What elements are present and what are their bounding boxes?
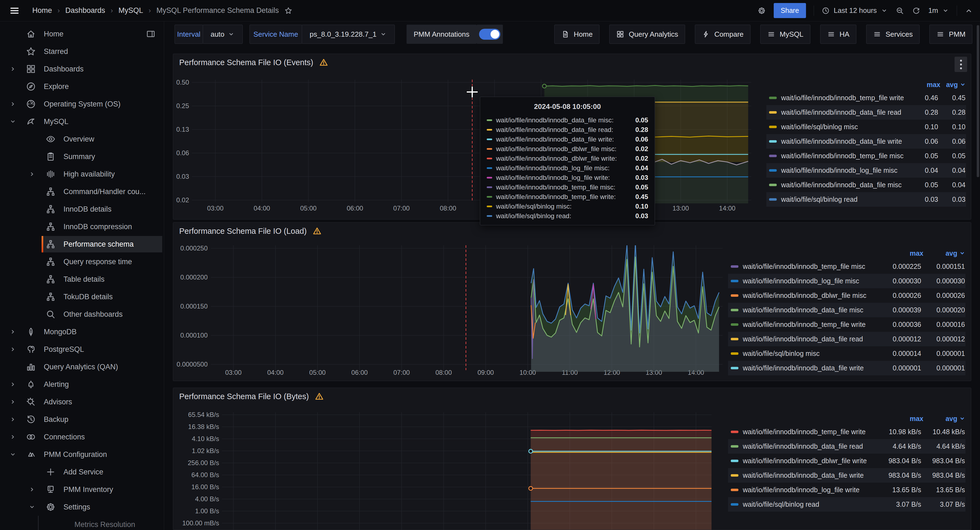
sidebar-item-add-service[interactable]: Add Service [0, 463, 164, 481]
interval-select[interactable]: auto [203, 25, 243, 44]
dashboard-link-services[interactable]: Services [866, 25, 920, 44]
series-name[interactable]: wait/io/file/innodb/innodb_data_file wri… [781, 137, 911, 145]
dashboard-link-home[interactable]: Home [554, 25, 600, 44]
series-name[interactable]: wait/io/file/sql/binlog read [743, 500, 875, 508]
series-name[interactable]: wait/io/file/innodb/innodb_data_file mis… [743, 306, 875, 314]
legend-row[interactable]: wait/io/file/innodb/innodb_data_file wri… [766, 134, 966, 148]
sidebar-item-other-dashboards[interactable]: Other dashboards [0, 305, 164, 323]
breadcrumb-home[interactable]: Home [32, 6, 52, 15]
legend-sort-max[interactable]: max [913, 81, 940, 89]
series-name[interactable]: wait/io/file/sql/binlog misc [781, 123, 911, 131]
dashboard-link-compare[interactable]: Compare [695, 25, 751, 44]
chart-plot-area[interactable] [211, 245, 722, 372]
series-name[interactable]: wait/io/file/innodb/innodb_data_file wri… [743, 364, 875, 372]
warning-icon[interactable] [319, 58, 328, 67]
series-name[interactable]: wait/io/file/innodb/innodb_data_file mis… [781, 181, 911, 189]
sidebar-item-performance-schema[interactable]: Performance schema [0, 235, 164, 253]
legend-row[interactable]: wait/io/file/innodb/innodb_dblwr_file mi… [728, 288, 966, 303]
legend-row[interactable]: wait/io/file/innodb/innodb_data_file mis… [728, 303, 966, 317]
chevron-down-icon[interactable] [9, 451, 16, 458]
refresh-interval-picker[interactable]: 1m [928, 6, 949, 15]
legend-row[interactable]: wait/io/file/innodb/innodb_temp_file mis… [728, 259, 966, 274]
sidebar-item-overview[interactable]: Overview [0, 130, 164, 148]
series-name[interactable]: wait/io/file/innodb/innodb_dblwr_file wr… [743, 457, 875, 465]
scrollbar[interactable] [977, 25, 979, 177]
sidebar-item-innodb-compression[interactable]: InnoDB compression [0, 218, 164, 235]
series-name[interactable]: wait/io/file/innodb/innodb_temp_file wri… [743, 321, 875, 329]
sidebar-item-starred[interactable]: Starred [0, 43, 164, 60]
sidebar-item-command-handler-cou[interactable]: Command/Handler cou... [0, 183, 164, 200]
legend-row[interactable]: wait/io/file/innodb/innodb_dblwr_file wr… [728, 453, 966, 468]
sidebar-item-innodb-details[interactable]: InnoDB details [0, 200, 164, 218]
zoom-out-icon[interactable] [896, 6, 904, 15]
panel-title[interactable]: Performance Schema File IO (Bytes) [179, 392, 309, 401]
series-name[interactable]: wait/io/file/innodb/innodb_data_file rea… [781, 109, 911, 117]
chevron-down-icon[interactable] [29, 503, 35, 511]
series-name[interactable]: wait/io/file/innodb/innodb_temp_file wri… [781, 94, 911, 102]
dashboard-settings-gear-icon[interactable] [757, 6, 766, 15]
sidebar-item-pmm-inventory[interactable]: PMM Inventory [0, 481, 164, 498]
legend-sort-avg[interactable]: avg [940, 81, 958, 89]
legend-row[interactable]: wait/io/file/innodb/innodb_data_file rea… [728, 439, 966, 453]
series-name[interactable]: wait/io/file/sql/binlog read [781, 195, 911, 203]
refresh-icon[interactable] [912, 6, 921, 15]
warning-icon[interactable] [315, 392, 324, 401]
sidebar-item-backup[interactable]: Backup [0, 411, 164, 428]
sidebar-item-table-details[interactable]: Table details [0, 270, 164, 288]
sidebar-item-metrics-resolution[interactable]: Metrics Resolution [0, 516, 164, 530]
legend-sort-max[interactable]: max [877, 249, 923, 257]
series-name[interactable]: wait/io/file/innodb/innodb_temp_file wri… [743, 428, 875, 436]
chevron-right-icon[interactable] [9, 381, 16, 388]
series-name[interactable]: wait/io/file/innodb/innodb_temp_file mis… [781, 152, 911, 160]
breadcrumb-dashboards[interactable]: Dashboards [65, 6, 105, 15]
chevron-right-icon[interactable] [9, 433, 16, 441]
sidebar-item-advisors[interactable]: Advisors [0, 393, 164, 411]
series-name[interactable]: wait/io/file/innodb/innodb_log_file writ… [743, 486, 875, 494]
chevron-down-icon[interactable] [9, 118, 16, 125]
sidebar-item-alerting[interactable]: Alerting [0, 375, 164, 393]
favorite-star-icon[interactable] [284, 6, 293, 15]
series-name[interactable]: wait/io/file/innodb/innodb_data_file rea… [743, 442, 875, 450]
sidebar-item-mongodb[interactable]: MongoDB [0, 323, 164, 340]
chevron-right-icon[interactable] [9, 65, 16, 73]
legend-row[interactable]: wait/io/file/innodb/innodb_data_file rea… [766, 105, 966, 120]
legend-row[interactable]: wait/io/file/innodb/innodb_temp_file wri… [728, 317, 966, 332]
legend-sort-max[interactable]: max [877, 415, 923, 423]
legend-row[interactable]: wait/io/file/innodb/innodb_data_file wri… [728, 361, 966, 375]
legend-row[interactable]: wait/io/file/innodb/innodb_log_file misc… [766, 163, 966, 178]
chevron-right-icon[interactable] [29, 486, 35, 493]
chart-plot-area[interactable] [192, 80, 751, 204]
dashboard-link-pmm[interactable]: PMM [929, 25, 972, 44]
share-button[interactable]: Share [774, 3, 806, 18]
series-name[interactable]: wait/io/file/innodb/innodb_temp_file mis… [743, 263, 875, 270]
chevron-right-icon[interactable] [9, 398, 16, 405]
series-name[interactable]: wait/io/file/innodb/innodb_dblwr_file mi… [743, 292, 875, 300]
sidebar-item-dashboards[interactable]: Dashboards [0, 60, 164, 78]
series-name[interactable]: wait/io/file/innodb/innodb_data_file rea… [743, 335, 875, 343]
series-name[interactable]: wait/io/file/sql/binlog misc [743, 350, 875, 358]
collapse-sidebar-icon[interactable] [146, 29, 156, 39]
series-name[interactable]: wait/io/file/innodb/innodb_log_file misc [743, 277, 875, 285]
legend-row[interactable]: wait/io/file/innodb/innodb_data_file mis… [766, 178, 966, 192]
chevron-right-icon[interactable] [9, 101, 16, 108]
legend-row[interactable]: wait/io/file/innodb/innodb_temp_file wri… [766, 91, 966, 105]
panel-menu-kebab-icon[interactable] [955, 57, 967, 72]
sidebar-item-pmm-configuration[interactable]: PMM Configuration [0, 446, 164, 463]
panel-header[interactable]: Performance Schema File IO (Bytes) [173, 388, 971, 405]
series-name[interactable]: wait/io/file/innodb/innodb_data_file wri… [743, 471, 875, 479]
dashboard-link-query-analytics[interactable]: Query Analytics [609, 25, 685, 44]
legend-row[interactable]: wait/io/file/innodb/innodb_data_file rea… [728, 332, 966, 346]
series-name[interactable]: wait/io/file/innodb/innodb_log_file misc [781, 166, 911, 174]
legend-row[interactable]: wait/io/file/sql/binlog misc0.100.10 [766, 120, 966, 134]
sidebar-item-postgresql[interactable]: PostgreSQL [0, 340, 164, 358]
warning-icon[interactable] [313, 227, 321, 235]
service-name-select[interactable]: ps_8.0_3.19.228.7_1 [302, 25, 395, 44]
panel-title[interactable]: Performance Schema File IO (Load) [179, 227, 307, 236]
legend-row[interactable]: wait/io/file/innodb/innodb_temp_file wri… [728, 425, 966, 439]
legend-row[interactable]: wait/io/file/innodb/innodb_data_file wri… [728, 468, 966, 483]
sidebar-item-home[interactable]: Home [0, 25, 164, 43]
chevron-right-icon[interactable] [9, 346, 16, 353]
breadcrumb-mysql[interactable]: MySQL [118, 6, 143, 15]
sidebar-item-operating-system-os[interactable]: Operating System (OS) [0, 95, 164, 113]
legend-sort-avg[interactable]: avg [923, 249, 957, 257]
